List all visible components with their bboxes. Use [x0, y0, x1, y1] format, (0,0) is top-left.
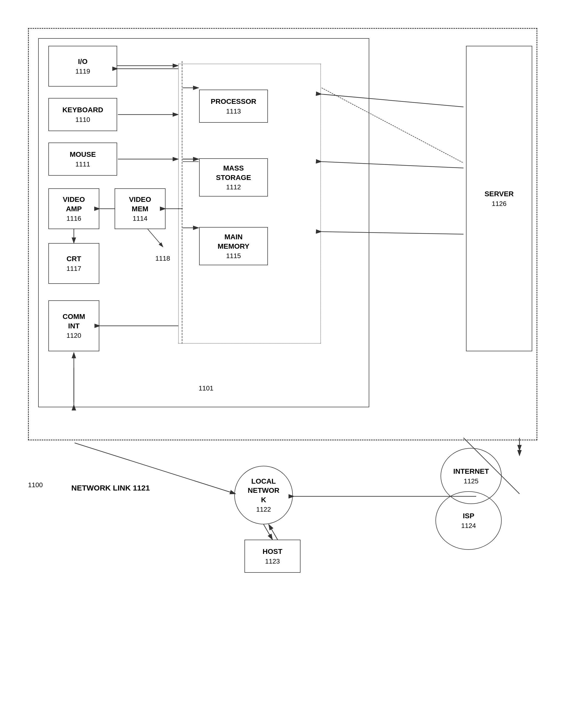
- mouse-box: MOUSE 1111: [48, 143, 117, 176]
- keyboard-box: KEYBOARD 1110: [48, 98, 117, 131]
- videomem-box: VIDEO MEM 1114: [114, 188, 166, 229]
- internet-label: INTERNET: [453, 467, 489, 476]
- mouse-number: 1111: [75, 160, 90, 168]
- host-label: HOST: [263, 547, 282, 556]
- processor-label: PROCESSOR: [211, 97, 257, 106]
- crt-number: 1117: [66, 265, 81, 273]
- mouse-label: MOUSE: [70, 150, 96, 159]
- crt-box: CRT 1117: [48, 243, 99, 284]
- io-number: 1119: [75, 67, 90, 75]
- massstorage-label: MASS STORAGE: [216, 164, 251, 182]
- mainmemory-box: MAIN MEMORY 1115: [199, 227, 268, 265]
- server-number: 1126: [484, 200, 514, 208]
- svg-line-27: [264, 524, 272, 540]
- keyboard-number: 1110: [75, 116, 90, 124]
- isp-label: ISP: [463, 511, 474, 521]
- commint-number: 1120: [66, 332, 81, 340]
- io-label: I/O: [78, 57, 87, 66]
- internet-number: 1125: [464, 477, 478, 485]
- processor-number: 1113: [226, 107, 241, 115]
- svg-line-28: [269, 524, 277, 540]
- host-box: HOST 1123: [244, 540, 301, 573]
- localnet-number: 1122: [256, 506, 271, 513]
- isp-number: 1124: [461, 522, 476, 530]
- host-number: 1123: [265, 557, 280, 565]
- videomem-number: 1114: [133, 215, 147, 222]
- videoamp-label: VIDEO AMP: [63, 195, 85, 214]
- mainmemory-label: MAIN MEMORY: [218, 232, 249, 251]
- server-box: SERVER 1126: [466, 46, 532, 351]
- arrow-label-1118: 1118: [155, 254, 170, 263]
- localnet-label: LOCAL NETWOR K: [248, 477, 279, 505]
- processor-box: PROCESSOR 1113: [199, 90, 268, 123]
- videomem-label: VIDEO MEM: [129, 195, 151, 214]
- massstorage-number: 1112: [226, 183, 241, 191]
- local-network-circle: LOCAL NETWOR K 1122: [234, 466, 293, 524]
- massstorage-box: MASS STORAGE 1112: [199, 158, 268, 197]
- commint-box: COMM INT 1120: [48, 300, 99, 351]
- videoamp-number: 1116: [66, 215, 81, 222]
- crt-label: CRT: [66, 254, 81, 264]
- mainmemory-number: 1115: [226, 252, 241, 260]
- videoamp-box: VIDEO AMP 1116: [48, 188, 99, 229]
- keyboard-label: KEYBOARD: [62, 105, 103, 114]
- server-label: SERVER: [484, 189, 514, 199]
- io-box: I/O 1119: [48, 46, 117, 86]
- outer-label: 1100: [28, 481, 43, 489]
- network-link-label: NETWORK LINK 1121: [71, 484, 150, 492]
- isp-circle: ISP 1124: [435, 491, 502, 550]
- computer-box-label: 1101: [199, 384, 213, 392]
- commint-label: COMM INT: [63, 312, 85, 331]
- processor-area: PROCESSOR 1113 MASS STORAGE 1112 MAIN ME…: [178, 64, 321, 344]
- isp-internet-group: INTERNET 1125 ISP 1124: [435, 448, 512, 550]
